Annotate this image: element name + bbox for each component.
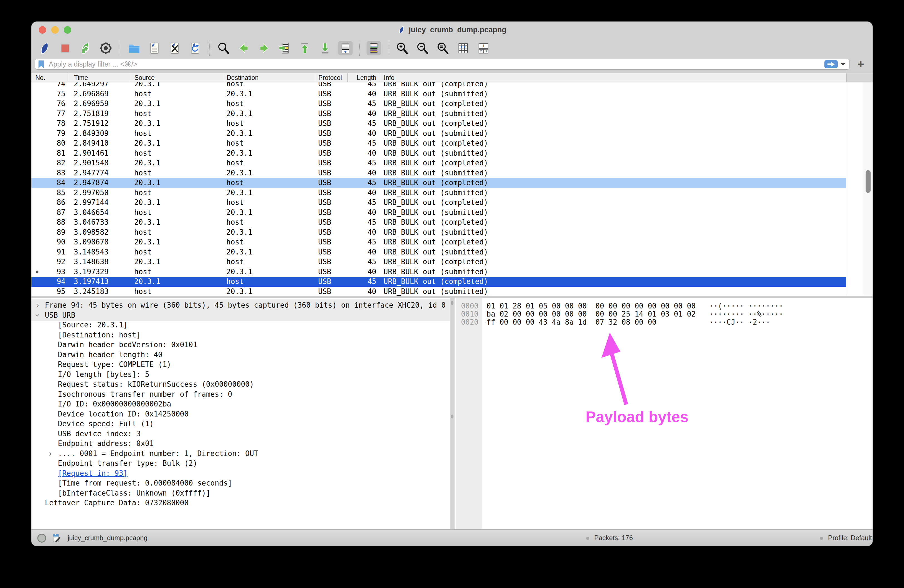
hex-bytes[interactable]: 01 01 28 01 05 00 00 00 00 00 00 00 00 0…: [487, 302, 709, 310]
zoom-out-button[interactable]: [415, 41, 430, 55]
save-file-button[interactable]: [147, 41, 162, 55]
minimize-window-button[interactable]: [51, 26, 59, 34]
detail-tree-row[interactable]: Endpoint transfer type: Bulk (2): [32, 458, 450, 469]
detail-tree-row[interactable]: [Source: 20.3.1]: [32, 320, 450, 330]
packet-row[interactable]: 792.849309host20.3.1USB40URB_BULK out (s…: [32, 129, 846, 139]
packet-row[interactable]: 903.09867820.3.1hostUSB45URB_BULK out (c…: [32, 237, 846, 247]
zoom-window-button[interactable]: [64, 26, 71, 34]
expert-info-icon[interactable]: [36, 533, 47, 544]
detail-tree-row[interactable]: ›USB URB: [32, 310, 450, 321]
packet-row[interactable]: 913.148543host20.3.1USB40URB_BULK out (s…: [32, 247, 846, 257]
detail-tree-row[interactable]: [Destination: host]: [32, 330, 450, 340]
hex-bytes[interactable]: ba 02 00 00 00 00 00 00 00 00 25 14 01 0…: [487, 310, 709, 318]
detail-tree-row[interactable]: [Request in: 93]: [32, 469, 450, 479]
cell-proto: USB: [315, 168, 347, 178]
go-first-button[interactable]: [297, 41, 312, 55]
scrollbar-thumb[interactable]: [866, 170, 871, 193]
detail-tree-row[interactable]: USB device index: 3: [32, 429, 450, 439]
packet-row[interactable]: 883.04673320.3.1hostUSB45URB_BULK out (c…: [32, 217, 846, 228]
go-to-packet-button[interactable]: [277, 41, 292, 55]
detail-tree-row[interactable]: Request type: COMPLETE (1): [32, 360, 450, 370]
close-file-button[interactable]: [168, 41, 182, 55]
display-filter-field[interactable]: [35, 59, 850, 70]
detail-tree-row[interactable]: [bInterfaceClass: Unknown (0xffff)]: [32, 488, 450, 498]
column-header-time[interactable]: Time: [69, 73, 131, 82]
packet-row[interactable]: 822.90154820.3.1hostUSB45URB_BULK out (c…: [32, 158, 846, 168]
detail-tree-row[interactable]: [Time from request: 0.000084000 seconds]: [32, 478, 450, 488]
detail-tree-row[interactable]: Device location ID: 0x14250000: [32, 409, 450, 419]
reload-file-button[interactable]: [188, 41, 202, 55]
packet-row[interactable]: 832.947774host20.3.1USB40URB_BULK out (s…: [32, 168, 846, 178]
start-capture-button[interactable]: [38, 41, 52, 55]
detail-tree-row[interactable]: I/O length [bytes]: 5: [32, 370, 450, 380]
column-header-destination[interactable]: Destination: [223, 73, 315, 82]
packet-row[interactable]: 893.098582host20.3.1USB40URB_BULK out (s…: [32, 228, 846, 237]
packet-row[interactable]: 812.901461host20.3.1USB40URB_BULK out (s…: [32, 149, 846, 158]
filter-bookmark-icon[interactable]: [38, 60, 45, 68]
detail-tree-row[interactable]: Darwin header length: 40: [32, 350, 450, 360]
go-back-button[interactable]: [237, 41, 251, 55]
stop-capture-button[interactable]: [58, 41, 73, 55]
display-filter-input[interactable]: [48, 60, 824, 68]
packet-row[interactable]: 772.751819host20.3.1USB40URB_BULK out (s…: [32, 109, 846, 119]
detail-tree-row[interactable]: Endpoint address: 0x01: [32, 439, 450, 449]
detail-tree-row[interactable]: Request status: kIOReturnSuccess (0x0000…: [32, 379, 450, 389]
packet-row[interactable]: 933.197329host20.3.1USB40URB_BULK out (s…: [32, 267, 846, 277]
cell-dst: 20.3.1: [223, 129, 315, 139]
vertical-splitter[interactable]: [450, 298, 455, 529]
column-header-no[interactable]: No.: [32, 73, 69, 82]
packet-row[interactable]: 762.69695920.3.1hostUSB45URB_BULK out (c…: [32, 99, 846, 109]
chevron-right-icon[interactable]: ›: [49, 449, 52, 459]
zoom-in-button[interactable]: [395, 41, 409, 55]
layout-button[interactable]: 123: [476, 41, 491, 55]
packet-row[interactable]: 873.046654host20.3.1USB40URB_BULK out (s…: [32, 208, 846, 218]
filter-dropdown-caret[interactable]: [841, 63, 846, 66]
packet-row[interactable]: 943.19741320.3.1hostUSB45URB_BULK out (c…: [32, 277, 846, 287]
packet-row[interactable]: 923.14863820.3.1hostUSB45URB_BULK out (c…: [32, 257, 846, 267]
detail-link[interactable]: [Request in: 93]: [58, 469, 128, 477]
detail-tree-row[interactable]: ›Frame 94: 45 bytes on wire (360 bits), …: [32, 300, 450, 310]
detail-tree-row[interactable]: ›.... 0001 = Endpoint number: 1, Directi…: [32, 449, 450, 459]
packet-list-filler: [846, 82, 863, 296]
detail-tree-row[interactable]: Device speed: Full (1): [32, 419, 450, 429]
close-window-button[interactable]: [39, 26, 46, 34]
hex-bytes[interactable]: ff 00 00 00 43 4a 8a 1d 07 32 08 00 00: [487, 318, 709, 326]
apply-filter-button[interactable]: [824, 60, 838, 68]
packet-row[interactable]: 842.94787420.3.1hostUSB45URB_BULK out (c…: [32, 178, 846, 188]
colorize-button[interactable]: [367, 41, 381, 55]
go-forward-button[interactable]: [257, 41, 271, 55]
packet-row[interactable]: 862.99714420.3.1hostUSB45URB_BULK out (c…: [32, 198, 846, 208]
add-filter-button[interactable]: +: [855, 58, 867, 70]
packet-row[interactable]: 953.245183host20.3.1USB40URB_BULK out (s…: [32, 287, 846, 296]
detail-tree-row[interactable]: Isochronous transfer number of frames: 0: [32, 389, 450, 400]
chevron-right-icon[interactable]: ›: [36, 300, 39, 310]
detail-tree-row[interactable]: Darwin header bcdVersion: 0x0101: [32, 340, 450, 350]
column-header-source[interactable]: Source: [131, 73, 223, 82]
detail-tree-row[interactable]: I/O ID: 0x00000000000002ba: [32, 399, 450, 409]
auto-scroll-button[interactable]: [338, 41, 352, 55]
svg-text:1: 1: [483, 44, 485, 48]
capture-options-button[interactable]: [98, 41, 113, 55]
chevron-down-icon[interactable]: ›: [33, 313, 43, 317]
restart-capture-button[interactable]: [78, 41, 93, 55]
hex-row[interactable]: 0020ff 00 00 00 43 4a 8a 1d 07 32 08 00 …: [455, 318, 873, 326]
packet-list-scrollbar[interactable]: [863, 82, 873, 296]
hex-row[interactable]: 000001 01 28 01 05 00 00 00 00 00 00 00 …: [455, 302, 873, 310]
column-header-info[interactable]: Info: [379, 73, 846, 82]
resize-columns-button[interactable]: [456, 41, 470, 55]
packet-row[interactable]: 742.64929720.3.1hostUSB45URB_BULK out (c…: [32, 82, 846, 89]
packet-row[interactable]: 852.997050host20.3.1USB40URB_BULK out (s…: [32, 188, 846, 198]
zoom-reset-button[interactable]: [436, 41, 450, 55]
packet-row[interactable]: 752.696869host20.3.1USB40URB_BULK out (s…: [32, 89, 846, 99]
capture-comment-icon[interactable]: [51, 533, 62, 544]
packet-row[interactable]: 802.84941020.3.1hostUSB45URB_BULK out (c…: [32, 138, 846, 149]
go-last-button[interactable]: [318, 41, 332, 55]
status-profile[interactable]: Profile: Default: [828, 530, 872, 546]
open-file-button[interactable]: [127, 41, 141, 55]
column-header-length[interactable]: Length: [347, 73, 379, 82]
column-header-protocol[interactable]: Protocol: [315, 73, 347, 82]
packet-row[interactable]: 782.75191220.3.1hostUSB45URB_BULK out (c…: [32, 119, 846, 129]
hex-row[interactable]: 0010ba 02 00 00 00 00 00 00 00 00 25 14 …: [455, 310, 873, 318]
detail-tree-row[interactable]: Leftover Capture Data: 0732080000: [32, 498, 450, 508]
find-packet-button[interactable]: [216, 41, 231, 55]
